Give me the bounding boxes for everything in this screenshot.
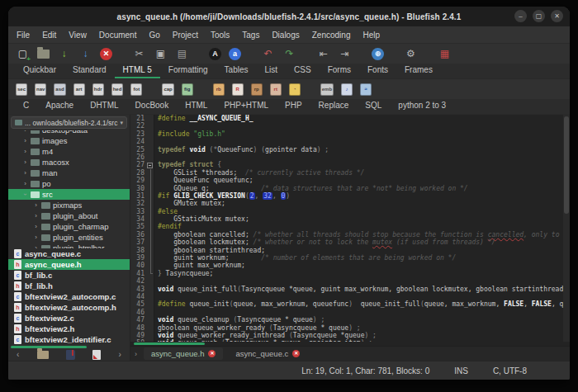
- tree-item-man[interactable]: ›man: [8, 168, 130, 178]
- code-line-40[interactable]: 40 guint max_worknum;: [130, 262, 563, 269]
- tree-item-macosx[interactable]: ›macosx: [8, 157, 130, 168]
- menu-edit[interactable]: Edit: [42, 31, 56, 40]
- file-item-bftextview2-h[interactable]: hbftextview2.h: [8, 324, 130, 334]
- language-tab-html[interactable]: HTML: [177, 99, 216, 114]
- toolbar-tab-tables[interactable]: Tables: [216, 64, 257, 78]
- directory-selector[interactable]: ... ownloads/bluefish-2.4.1/src ▾: [11, 116, 127, 129]
- redo-icon[interactable]: ↷: [282, 47, 296, 61]
- code-line-38[interactable]: 38 gboolean startinthread;: [130, 247, 563, 254]
- tree-item-plugin-about[interactable]: ›plugin_about: [8, 210, 130, 221]
- code-line-26[interactable]: 26: [130, 153, 563, 161]
- close-tab-icon[interactable]: ✕: [208, 350, 216, 357]
- file-item-bftextview2-autocomp-c[interactable]: cbftextview2_autocomp.c: [8, 291, 130, 302]
- html5-article-icon[interactable]: art: [73, 83, 85, 96]
- chevron-right-icon[interactable]: ›: [22, 158, 28, 166]
- close-tab-icon[interactable]: ✕: [292, 350, 300, 357]
- html5-head-icon[interactable]: hed: [111, 83, 124, 96]
- find-icon[interactable]: A: [209, 48, 221, 60]
- html5-ruby-text-icon[interactable]: R: [232, 83, 244, 96]
- menu-view[interactable]: View: [69, 31, 87, 40]
- chevron-right-icon[interactable]: ›: [22, 137, 28, 144]
- tab-scroll-right-icon[interactable]: ›: [133, 350, 139, 358]
- code-line-25[interactable]: 25typedef void (*QueueFunc) (gpointer da…: [130, 146, 563, 153]
- tree-item-plugin-charmap[interactable]: ›plugin_charmap: [8, 221, 130, 232]
- language-tab-php[interactable]: PHP: [277, 99, 310, 114]
- chevron-right-icon[interactable]: ›: [33, 201, 39, 209]
- code-line-30[interactable]: 30 GQueue q; /* data structures that are…: [130, 185, 563, 192]
- chevron-right-icon[interactable]: ›: [22, 169, 28, 177]
- toolbar-tab-quickbar[interactable]: Quickbar: [15, 64, 64, 78]
- undo-icon[interactable]: ↶: [261, 47, 275, 61]
- cut-icon[interactable]: ✂: [132, 47, 146, 61]
- language-tab-docbook[interactable]: DocBook: [127, 99, 178, 114]
- language-tab-sql[interactable]: SQL: [357, 99, 390, 114]
- tree-item-pixmaps[interactable]: ›pixmaps: [8, 200, 130, 210]
- html5-footer-icon[interactable]: fot: [130, 83, 142, 96]
- chevron-right-icon[interactable]: ›: [33, 223, 39, 230]
- menu-go[interactable]: Go: [149, 31, 159, 40]
- file-item-async-queue-h[interactable]: hasync_queue.h: [8, 259, 130, 270]
- minimize-button[interactable]: –: [514, 10, 527, 22]
- code-line-24[interactable]: 24: [130, 138, 563, 145]
- tree-item-images[interactable]: ›images: [8, 135, 130, 146]
- html5-figcaption-icon[interactable]: cap: [162, 83, 173, 96]
- file-item-async-queue-c[interactable]: casync_queue.c: [8, 248, 130, 259]
- html5-header-icon[interactable]: hdr: [92, 83, 104, 96]
- document-tab-async-queue-h[interactable]: async_queue.h✕: [144, 347, 223, 360]
- html5-nav-icon[interactable]: nav: [35, 83, 46, 96]
- toolbar-tab-css[interactable]: CSS: [286, 64, 320, 78]
- tree-item-plugin-entities[interactable]: ›plugin_entities: [8, 232, 130, 243]
- menu-file[interactable]: File: [17, 31, 30, 40]
- html5-rt-icon[interactable]: rt: [270, 83, 282, 96]
- close-button[interactable]: ✕: [551, 10, 563, 22]
- code-line-43[interactable]: 43void queue_init_full(Tasyncqueue *queu…: [130, 286, 563, 293]
- chevron-right-icon[interactable]: ›: [33, 234, 39, 241]
- language-tab-dhtml[interactable]: DHTML: [82, 99, 126, 114]
- menu-zencoding[interactable]: Zencoding: [312, 31, 351, 40]
- document-tab-async-queue-c[interactable]: async_queue.c✕: [228, 347, 307, 360]
- toolbar-tab-formatting[interactable]: Formatting: [160, 64, 216, 78]
- filebrowser-icon[interactable]: [37, 351, 49, 359]
- code-line-48[interactable]: 48gboolean queue_worker_ready (Tasyncque…: [130, 324, 563, 332]
- chevron-right-icon[interactable]: ›: [22, 180, 28, 187]
- html5-ruby-paren-icon[interactable]: rp: [251, 83, 263, 96]
- indent-icon[interactable]: ⇥: [338, 47, 352, 61]
- file-item-bf-lib-h[interactable]: hbf_lib.h: [8, 281, 130, 291]
- html5-figure-icon[interactable]: fig: [182, 83, 193, 96]
- code-line-36[interactable]: 36 gboolean cancelled; /* whether all th…: [130, 231, 563, 239]
- menu-project[interactable]: Project: [173, 31, 198, 40]
- code-line-46[interactable]: 46: [130, 309, 563, 316]
- file-item-bf-lib-c[interactable]: cbf_lib.c: [8, 270, 130, 281]
- code-line-22[interactable]: 22: [130, 122, 563, 130]
- menu-help[interactable]: Help: [362, 31, 380, 40]
- paste-icon[interactable]: ▤: [175, 47, 189, 61]
- chevron-right-icon[interactable]: ›: [119, 350, 121, 360]
- file-item-bftextview2-c[interactable]: cbftextview2.c: [8, 313, 130, 324]
- tree-item-po[interactable]: ›po: [8, 178, 130, 189]
- find-and-replace-icon[interactable]: a: [229, 48, 241, 60]
- toolbar-tab-fonts[interactable]: Fonts: [359, 64, 396, 78]
- code-line-41[interactable]: 41} Tasyncqueue;: [130, 270, 563, 277]
- tree-item-src[interactable]: ›src: [8, 189, 130, 200]
- copy-icon[interactable]: ▣: [154, 47, 168, 61]
- language-tab-replace[interactable]: Replace: [310, 99, 358, 114]
- menu-dialogs[interactable]: Dialogs: [272, 31, 299, 40]
- toolbar-tab-list[interactable]: List: [257, 64, 287, 78]
- chevron-right-icon[interactable]: ›: [33, 212, 39, 220]
- file-item-bftextview2-identifier-c[interactable]: cbftextview2_identifier.c: [8, 334, 130, 345]
- html5-aside-icon[interactable]: asd: [54, 83, 65, 96]
- html5-audio-icon[interactable]: ♪: [341, 83, 353, 96]
- language-tab-c[interactable]: C: [15, 99, 37, 114]
- titlebar[interactable]: async_queue.h (/home/ji/Downloads/bluefi…: [8, 7, 570, 26]
- language-tab-apache[interactable]: Apache: [37, 99, 82, 114]
- code-area[interactable]: 21#define __ASYNC_QUEUE_H_2223#include "…: [130, 115, 570, 342]
- code-line-23[interactable]: 23#include "glib.h": [130, 130, 563, 138]
- chevron-right-icon[interactable]: ›: [22, 148, 28, 155]
- menu-tags[interactable]: Tags: [242, 31, 259, 40]
- html5-ruby-icon[interactable]: rb: [213, 83, 225, 96]
- maximize-button[interactable]: ▢: [533, 10, 545, 22]
- html5-time-icon[interactable]: ◔: [289, 83, 301, 96]
- code-line-34[interactable]: 34 GStaticMutex mutex;: [130, 215, 563, 223]
- code-line-31[interactable]: 31#if GLIB_CHECK_VERSION(2, 32, 0): [130, 192, 563, 200]
- new-document-icon[interactable]: ▢+: [16, 47, 30, 61]
